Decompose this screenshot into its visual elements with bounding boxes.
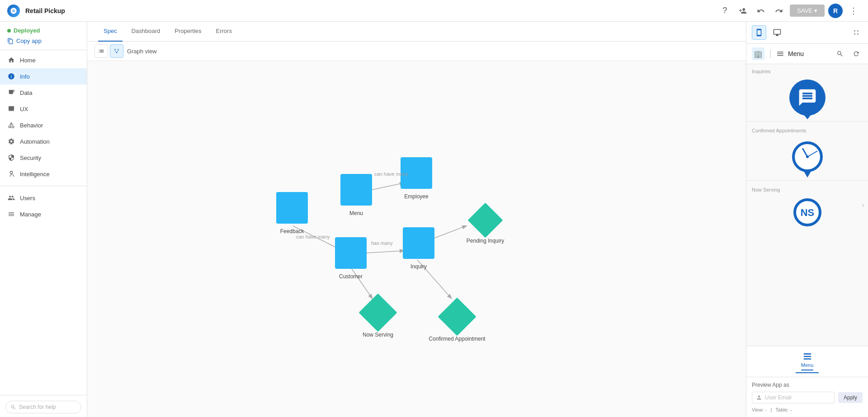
topbar: Retail Pickup ? SAVE ▾ R ⋮ <box>0 0 868 22</box>
svg-text:NS: NS <box>800 207 814 218</box>
sidebar-item-intelligence[interactable]: Intelligence <box>0 166 87 182</box>
preview-search-button[interactable] <box>834 47 846 60</box>
content-tabs: Spec Dashboard Properties Errors <box>87 22 746 42</box>
mobile-view-button[interactable] <box>752 25 766 40</box>
svg-point-1 <box>114 49 115 50</box>
panel-nav-arrow[interactable]: › <box>862 201 864 209</box>
users-icon <box>7 194 15 202</box>
inquiries-widget <box>746 76 868 119</box>
node-feedback[interactable]: Feedback <box>276 192 308 224</box>
edge-label-has-many: has many <box>371 240 393 246</box>
user-avatar[interactable]: R <box>828 4 843 18</box>
graph-view-button[interactable] <box>110 44 123 58</box>
node-customer-label: Customer <box>339 273 363 280</box>
clock-icon <box>789 139 826 175</box>
deployed-status: Deployed <box>0 22 87 36</box>
svg-point-2 <box>118 49 118 50</box>
graph-canvas[interactable]: Menu Employee Feedback Customer Inquiry <box>87 61 746 417</box>
node-inquiry-label: Inquiry <box>410 263 427 270</box>
now-serving-icon: NS <box>792 198 823 230</box>
redo-button[interactable] <box>772 4 786 18</box>
preview-app-as: Preview App as User Email Apply View: - … <box>746 377 868 417</box>
node-menu-label: Menu <box>349 210 363 216</box>
preview-panel: 🏢 Menu Inquiries <box>746 44 868 417</box>
undo-button[interactable] <box>754 4 768 18</box>
node-menu[interactable]: Menu <box>340 174 372 206</box>
node-feedback-label: Feedback <box>280 228 304 234</box>
graph-toolbar: Graph view <box>87 42 746 61</box>
apply-button[interactable]: Apply <box>838 392 863 403</box>
svg-line-7 <box>365 251 404 253</box>
svg-rect-13 <box>803 353 811 355</box>
list-view-button[interactable] <box>94 44 108 58</box>
edge-label-can-have-many-1: can have many <box>374 171 408 177</box>
now-serving-widget: NS <box>746 194 868 233</box>
sidebar-item-manage[interactable]: Manage <box>0 206 87 222</box>
now-serving-section-label: Now Serving <box>746 183 868 194</box>
copy-app-button[interactable]: Copy app <box>0 36 87 48</box>
save-button[interactable]: SAVE ▾ <box>790 5 825 17</box>
confirmed-appointments-widget <box>746 135 868 178</box>
node-pending-inquiry-label: Pending Inquiry <box>467 238 504 244</box>
svg-rect-0 <box>9 106 14 110</box>
panel-view-toggle <box>746 22 868 44</box>
node-confirmed-appointment[interactable]: Confirmed Appointment <box>443 303 471 330</box>
sidebar-item-home[interactable]: Home <box>0 52 87 68</box>
security-icon <box>7 154 15 162</box>
preview-header: 🏢 Menu <box>746 44 868 64</box>
ux-icon <box>7 105 15 113</box>
sidebar-item-ux[interactable]: UX <box>0 101 87 117</box>
home-icon <box>7 56 15 64</box>
panel-bottom-nav: Menu <box>746 346 868 377</box>
confirmed-appointments-section-label: Confirmed Appointments <box>746 123 868 135</box>
topbar-actions: ? SAVE ▾ R ⋮ <box>717 4 861 18</box>
node-confirmed-appointment-label: Confirmed Appointment <box>429 336 485 342</box>
sidebar-item-info[interactable]: Info <box>0 68 87 84</box>
app-logo <box>7 5 20 17</box>
node-now-serving[interactable]: Now Serving <box>364 299 392 326</box>
preview-scrollable[interactable]: Inquiries Confirmed Appointments <box>746 64 868 346</box>
preview-refresh-button[interactable] <box>850 47 863 60</box>
sidebar: Deployed Copy app Home Info <box>0 22 87 417</box>
bottom-nav-menu[interactable]: Menu <box>796 350 819 373</box>
help-search[interactable]: Search for help <box>5 401 81 413</box>
main-layout: Deployed Copy app Home Info <box>0 22 868 417</box>
help-button[interactable]: ? <box>717 4 732 18</box>
intelligence-icon <box>7 170 15 178</box>
preview-title: Menu <box>788 50 830 57</box>
content-area: Spec Dashboard Properties Errors Graph v… <box>87 22 746 417</box>
tab-errors[interactable]: Errors <box>211 22 237 42</box>
inquiries-section-label: Inquiries <box>746 64 868 76</box>
tab-properties[interactable]: Properties <box>169 22 207 42</box>
preview-as-label: Preview App as <box>752 382 863 388</box>
manage-icon <box>7 210 15 218</box>
node-inquiry[interactable]: Inquiry <box>403 227 434 259</box>
node-employee-label: Employee <box>404 193 428 200</box>
node-pending-inquiry[interactable]: Pending Inquiry <box>473 208 498 233</box>
tab-dashboard[interactable]: Dashboard <box>126 22 166 42</box>
graph-view-label: Graph view <box>127 48 157 55</box>
user-email-input[interactable]: User Email <box>752 392 835 403</box>
info-icon <box>7 72 15 80</box>
sidebar-item-users[interactable]: Users <box>0 190 87 206</box>
status-dot <box>7 29 11 33</box>
topbar-overflow-menu[interactable]: ⋮ <box>846 4 861 18</box>
view-table-info: View: - | Table: - <box>752 407 863 412</box>
automation-icon <box>7 137 15 145</box>
behavior-icon <box>7 121 15 129</box>
sidebar-nav: Home Info Data UX <box>0 52 87 393</box>
sidebar-item-data[interactable]: Data <box>0 84 87 101</box>
svg-line-10 <box>431 226 466 239</box>
node-customer[interactable]: Customer <box>335 237 367 269</box>
inquiries-icon <box>789 80 826 116</box>
sidebar-item-security[interactable]: Security <box>0 150 87 166</box>
expand-panel-button[interactable] <box>850 26 863 39</box>
sidebar-item-behavior[interactable]: Behavior <box>0 117 87 133</box>
add-collaborator-button[interactable] <box>736 4 750 18</box>
preview-as-row: User Email Apply <box>752 392 863 403</box>
preview-app-icon: 🏢 <box>752 47 764 60</box>
desktop-view-button[interactable] <box>770 25 784 40</box>
tab-spec[interactable]: Spec <box>98 22 123 42</box>
sidebar-item-automation[interactable]: Automation <box>0 133 87 150</box>
node-now-serving-label: Now Serving <box>363 332 393 338</box>
